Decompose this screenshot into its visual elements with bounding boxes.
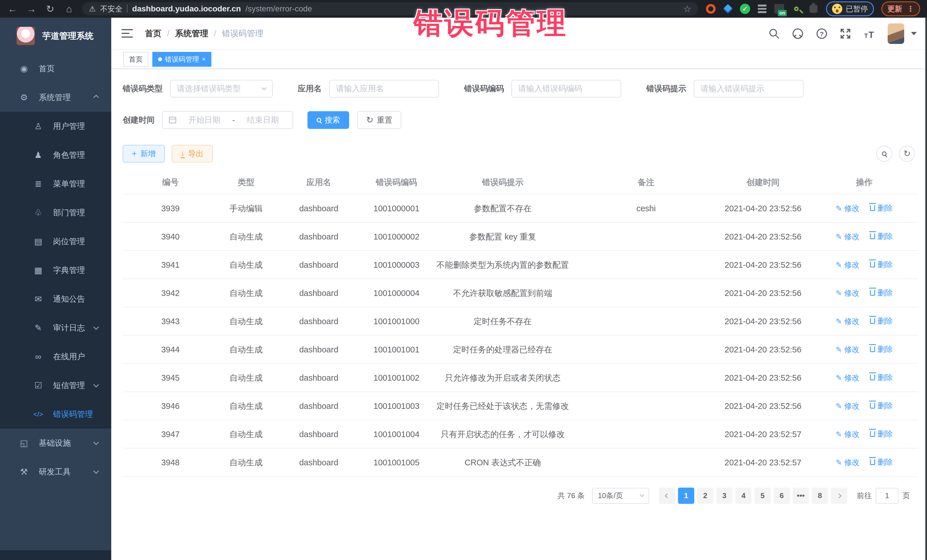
- delete-link[interactable]: 删除: [870, 457, 893, 468]
- edit-link[interactable]: ✎ 修改: [836, 372, 860, 384]
- page-button-1[interactable]: 1: [678, 487, 694, 504]
- error-type-select[interactable]: 请选择错误码类型: [170, 80, 273, 97]
- browser-update-button[interactable]: 更新 ⋮: [881, 2, 920, 16]
- edit-link[interactable]: ✎ 修改: [836, 457, 860, 468]
- tag-close-icon[interactable]: ×: [202, 56, 206, 63]
- sidebar-item-role[interactable]: ♟ 角色管理: [0, 141, 111, 169]
- sidebar-item-audit-log[interactable]: ✎ 审计日志: [0, 313, 111, 342]
- avatar-caret-down-icon[interactable]: [911, 32, 917, 35]
- ubuntu-extension-icon[interactable]: [706, 4, 716, 14]
- refresh-table-button[interactable]: ↻: [899, 146, 915, 162]
- delete-link[interactable]: 删除: [870, 316, 893, 327]
- sidebar-item-dept[interactable]: ♧ 部门管理: [0, 198, 111, 227]
- sidebar-item-notice[interactable]: ✉ 通知公告: [0, 285, 111, 313]
- table-row[interactable]: 3941 自动生成 dashboard 1001000003 不能删除类型为系统…: [123, 250, 918, 279]
- edit-link[interactable]: ✎ 修改: [836, 287, 860, 299]
- create-time-range-picker[interactable]: 开始日期 - 结束日期: [162, 111, 293, 129]
- browser-home-icon[interactable]: ⌂: [63, 4, 75, 14]
- edit-link[interactable]: ✎ 修改: [836, 259, 860, 270]
- page-button-2[interactable]: 2: [697, 487, 713, 504]
- edit-link[interactable]: ✎ 修改: [836, 316, 860, 327]
- page-size-select[interactable]: 10条/页: [592, 488, 649, 504]
- search-button[interactable]: 搜索: [307, 111, 349, 129]
- more-pages-button[interactable]: •••: [793, 487, 809, 504]
- address-bar[interactable]: ⚠ 不安全 dashboard.yudao.iocoder.cn/system/…: [82, 2, 698, 15]
- goto-page-input[interactable]: [876, 488, 898, 504]
- page-button-5[interactable]: 5: [754, 487, 771, 504]
- sidebar-item-error-code[interactable]: </> 错误码管理: [0, 400, 111, 428]
- sidebar-item-post[interactable]: ▤ 岗位管理: [0, 227, 111, 256]
- sidebar-item-dict[interactable]: ▦ 字典管理: [0, 256, 111, 285]
- sidebar-item-online-user[interactable]: ∞ 在线用户: [0, 342, 111, 371]
- sidebar-logo-row[interactable]: 芋道管理系统: [0, 18, 111, 54]
- sidebar-item-user[interactable]: ♙ 用户管理: [0, 112, 111, 141]
- tag-home[interactable]: 首页: [123, 52, 148, 67]
- bookmark-star-icon[interactable]: ☆: [683, 3, 691, 14]
- add-button[interactable]: + 新增: [123, 145, 165, 162]
- delete-link[interactable]: 删除: [870, 287, 893, 299]
- breadcrumb-home[interactable]: 首页: [145, 28, 161, 39]
- tag-error-code[interactable]: 错误码管理 ×: [152, 52, 211, 67]
- sidebar-item-system[interactable]: ⚙ 系统管理: [0, 83, 111, 112]
- github-icon[interactable]: [792, 28, 804, 39]
- key-extension-icon[interactable]: [791, 4, 801, 14]
- fullscreen-icon[interactable]: [840, 28, 851, 39]
- table-row[interactable]: 3944 自动生成 dashboard 1001001001 定时任务的处理器已…: [123, 335, 918, 364]
- delete-link[interactable]: 删除: [870, 231, 893, 242]
- table-row[interactable]: 3948 自动生成 dashboard 1001001005 CRON 表达式不…: [123, 448, 918, 477]
- table-row[interactable]: 3945 自动生成 dashboard 1001001002 只允许修改为开启或…: [123, 364, 918, 392]
- edit-link[interactable]: ✎ 修改: [836, 344, 860, 355]
- next-page-button[interactable]: [831, 487, 847, 504]
- delete-link[interactable]: 删除: [870, 259, 893, 270]
- grid-extension-icon[interactable]: [757, 4, 767, 14]
- page-button-3[interactable]: 3: [716, 487, 732, 504]
- sidebar-item-dev-tools[interactable]: ⚒ 研发工具: [0, 457, 111, 486]
- edit-link[interactable]: ✎ 修改: [836, 400, 860, 412]
- table-row[interactable]: 3947 自动生成 dashboard 1001001004 只有开启状态的任务…: [123, 420, 918, 448]
- export-button[interactable]: ↓ 导出: [172, 145, 213, 162]
- app-name-input[interactable]: [336, 84, 432, 93]
- page-button-8[interactable]: 8: [812, 487, 828, 504]
- delete-link[interactable]: 删除: [870, 344, 893, 355]
- page-button-4[interactable]: 4: [736, 487, 752, 504]
- prev-page-button[interactable]: [659, 487, 675, 504]
- on-badge-extension-icon[interactable]: on: [774, 4, 784, 14]
- font-size-icon[interactable]: TT: [863, 28, 876, 39]
- check-extension-icon[interactable]: ✓: [740, 4, 750, 14]
- hamburger-icon[interactable]: [122, 29, 133, 38]
- sidebar-item-menu[interactable]: ≣ 菜单管理: [0, 169, 111, 198]
- table-row[interactable]: 3943 自动生成 dashboard 1001001000 定时任务不存在 2…: [123, 307, 918, 335]
- edit-link[interactable]: ✎ 修改: [836, 231, 860, 242]
- delete-link[interactable]: 删除: [870, 372, 893, 383]
- gem-extension-icon[interactable]: [723, 4, 733, 14]
- sidebar-item-sms[interactable]: ☑ 短信管理: [0, 371, 111, 400]
- edit-link[interactable]: ✎ 修改: [836, 203, 860, 214]
- reset-button[interactable]: ↻ 重置: [357, 111, 401, 129]
- table-row[interactable]: 3940 自动生成 dashboard 1001000002 参数配置 key …: [123, 222, 918, 250]
- table-row[interactable]: 3942 自动生成 dashboard 1001000004 不允许获取敏感配置…: [123, 279, 918, 307]
- help-icon[interactable]: ?: [816, 28, 828, 39]
- browser-profile-chip[interactable]: 已暂停: [826, 2, 874, 16]
- browser-reload-icon[interactable]: ↻: [44, 4, 56, 14]
- page-button-6[interactable]: 6: [774, 487, 790, 504]
- browser-menu-dots-icon[interactable]: ⋮: [907, 5, 914, 14]
- browser-forward-icon[interactable]: →: [26, 4, 37, 14]
- header-search-icon[interactable]: [768, 28, 780, 39]
- delete-link[interactable]: 删除: [870, 428, 893, 440]
- browser-back-icon[interactable]: ←: [7, 4, 18, 14]
- delete-link[interactable]: 删除: [870, 400, 893, 411]
- toggle-search-button[interactable]: [876, 146, 892, 162]
- error-type-label: 错误码类型: [123, 83, 163, 94]
- table-row[interactable]: 3946 自动生成 dashboard 1001001003 定时任务已经处于该…: [123, 392, 918, 420]
- sidebar-item-infra[interactable]: ◱ 基础设施: [0, 428, 111, 457]
- sidebar-collapse-bar[interactable]: [0, 550, 111, 560]
- breadcrumb-system[interactable]: 系统管理: [175, 28, 208, 39]
- user-avatar[interactable]: [887, 23, 904, 44]
- puzzle-extension-icon[interactable]: [808, 4, 819, 14]
- delete-link[interactable]: 删除: [870, 202, 893, 214]
- table-row[interactable]: 3939 手动编辑 dashboard 1001000001 参数配置不存在 c…: [123, 194, 918, 222]
- error-code-input[interactable]: [518, 84, 614, 93]
- sidebar-item-home[interactable]: ◉ 首页: [0, 54, 111, 83]
- edit-link[interactable]: ✎ 修改: [836, 428, 860, 440]
- error-hint-input[interactable]: [701, 84, 797, 93]
